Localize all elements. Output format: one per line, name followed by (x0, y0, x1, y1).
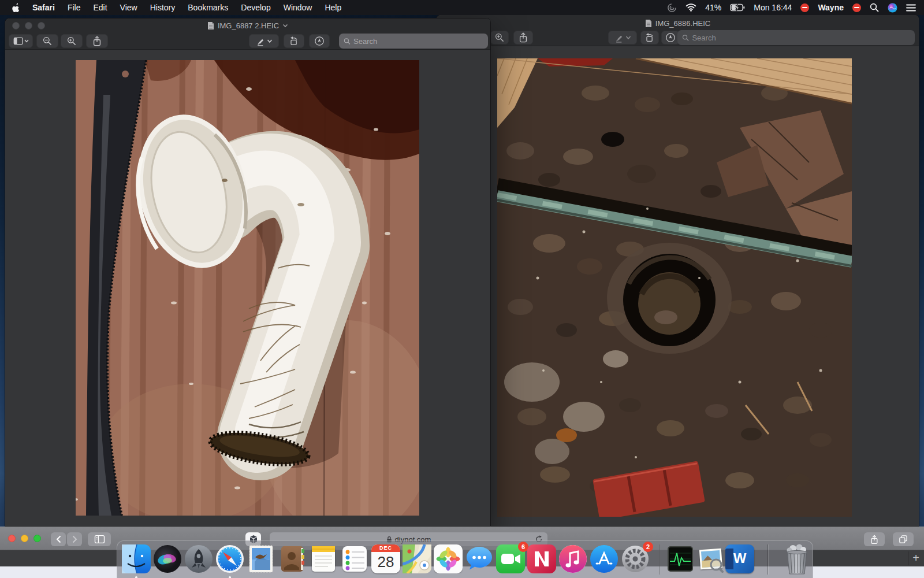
left-rotate-button[interactable] (284, 34, 304, 48)
menu-history[interactable]: History (150, 3, 176, 12)
do-not-enter-icon-left[interactable] (800, 3, 809, 12)
wifi-icon[interactable] (685, 3, 696, 12)
calendar-month: DEC (371, 544, 400, 552)
menu-clock[interactable]: Mon 16:44 (754, 3, 792, 12)
desktop: { "menu_bar": { "menus": ["Safari", "Fil… (0, 0, 924, 578)
right-share-button[interactable] (513, 31, 533, 45)
system-preferences-badge: 2 (643, 542, 653, 552)
dock-safari[interactable] (215, 544, 244, 573)
safari-minimize-button[interactable] (21, 535, 28, 542)
menu-develop[interactable]: Develop (241, 3, 270, 12)
back-button[interactable] (51, 532, 66, 546)
sidebar-icon (13, 36, 24, 46)
pencil-icon (255, 35, 267, 47)
chevron-down-icon (625, 35, 631, 40)
pencil-icon (614, 32, 625, 43)
dock-calendar[interactable]: DEC28 (371, 544, 400, 573)
photo-pan-connector (76, 60, 419, 516)
right-rotate-button[interactable] (640, 31, 659, 45)
left-zoom-out-button[interactable] (36, 34, 58, 48)
chevron-down-icon (24, 39, 29, 43)
preview-window-right: IMG_6886.HEIC (436, 14, 919, 527)
battery-percentage: 41% (705, 3, 721, 12)
zoom-out-icon (42, 36, 53, 46)
dock-maps[interactable] (403, 544, 431, 573)
dock-messages[interactable] (465, 544, 494, 573)
left-markup-toolbar-button[interactable] (309, 34, 330, 48)
dock-launchpad[interactable] (184, 544, 213, 573)
menu-window[interactable]: Window (284, 3, 312, 12)
dock-preview[interactable] (698, 546, 724, 573)
dock-trash[interactable] (781, 543, 813, 575)
rotate-left-icon (288, 35, 300, 47)
left-zoom-in-button[interactable] (61, 34, 83, 48)
siri-menu-icon[interactable] (888, 3, 897, 13)
search-icon (344, 38, 351, 45)
menu-safari[interactable]: Safari (32, 3, 55, 12)
calendar-day: 28 (371, 552, 400, 572)
markup-pen-circle-icon (665, 32, 676, 43)
right-search-input[interactable] (692, 34, 910, 42)
share-icon (92, 35, 102, 47)
menu-user-name[interactable]: Wayne (818, 3, 844, 12)
left-share-button[interactable] (86, 34, 108, 48)
spotlight-search-icon[interactable] (870, 3, 879, 12)
safari-sidebar-button[interactable] (88, 532, 111, 546)
right-zoom-in-button[interactable] (490, 31, 509, 45)
dock-photos[interactable] (434, 544, 463, 573)
search-icon (682, 34, 689, 42)
document-icon (207, 21, 214, 30)
dock-divider-trash (767, 544, 768, 575)
dock-mail[interactable] (247, 544, 275, 573)
notification-center-icon[interactable] (906, 4, 916, 12)
do-not-enter-icon-right[interactable] (852, 3, 861, 12)
share-icon (518, 32, 528, 43)
left-window-title-text: IMG_6887 2.HEIC (218, 21, 279, 30)
left-markup-pencil-button[interactable] (249, 34, 279, 48)
dock-facetime[interactable]: 6 (496, 544, 525, 573)
menu-edit[interactable]: Edit (93, 3, 107, 12)
left-search-field[interactable] (339, 34, 488, 49)
dock-activity-window[interactable] (668, 546, 693, 572)
chevron-down-icon (267, 39, 273, 43)
right-markup-pencil-button[interactable] (608, 31, 637, 45)
safari-share-button[interactable] (864, 532, 885, 546)
dock-notes[interactable] (309, 544, 338, 573)
forward-chevron-icon (72, 535, 77, 543)
safari-close-button[interactable] (8, 535, 16, 542)
dock: DEC28 6 2 W (117, 540, 813, 578)
dock-reminders[interactable] (340, 544, 369, 573)
dock-news[interactable] (527, 544, 556, 573)
dock-word[interactable]: W (725, 544, 754, 573)
zoom-in-icon (494, 32, 505, 43)
menu-view[interactable]: View (120, 3, 137, 12)
title-chevron-down-icon[interactable] (282, 24, 288, 28)
dock-siri[interactable] (153, 544, 182, 573)
apple-menu-icon[interactable] (11, 3, 20, 13)
menu-help[interactable]: Help (325, 3, 341, 12)
battery-charging-icon[interactable] (730, 3, 745, 12)
dock-app-store[interactable] (590, 544, 619, 573)
dock-music[interactable] (558, 544, 587, 573)
forward-button[interactable] (67, 532, 82, 546)
menu-file[interactable]: File (68, 3, 81, 12)
markup-pen-circle-icon (314, 35, 325, 47)
new-tab-button[interactable]: + (909, 550, 923, 566)
preview-window-left: IMG_6887 2.HEIC (5, 18, 491, 527)
menu-bar: Safari File Edit View History Bookmarks … (0, 0, 924, 15)
left-sidebar-button[interactable] (9, 34, 33, 48)
back-chevron-icon (56, 535, 61, 543)
tabs-overview-button[interactable] (893, 532, 914, 546)
dock-system-preferences[interactable]: 2 (621, 544, 650, 573)
sidebar-icon (94, 535, 105, 544)
menu-bookmarks[interactable]: Bookmarks (188, 3, 228, 12)
dock-contacts[interactable] (278, 544, 307, 573)
right-search-field[interactable] (677, 30, 915, 45)
right-window-title: IMG_6886.HEIC (437, 19, 919, 28)
spiral-status-icon[interactable] (667, 3, 677, 13)
left-search-input[interactable] (353, 37, 483, 46)
rotate-left-icon (644, 32, 655, 43)
safari-zoom-button[interactable] (33, 535, 41, 542)
dock-finder[interactable] (122, 544, 151, 573)
photo-soil-pipe-hole (497, 58, 852, 517)
